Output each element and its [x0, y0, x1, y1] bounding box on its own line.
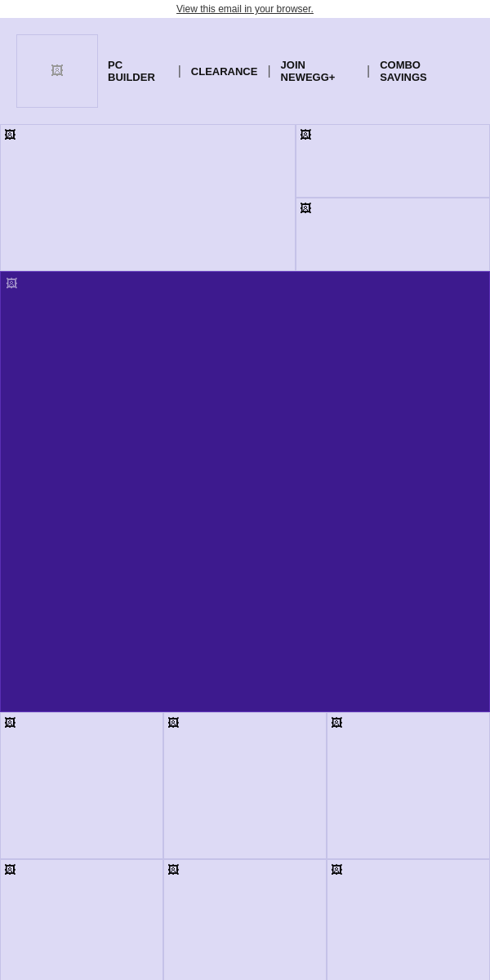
top-bar: View this email in your browser.	[0, 0, 490, 18]
hero-image-right-bottom[interactable]	[296, 198, 490, 271]
product-cell-2[interactable]	[163, 712, 327, 859]
product-row-1	[0, 712, 490, 859]
hero-section	[0, 124, 490, 271]
nav-item-combo-savings[interactable]: COMBO SAVINGS	[370, 59, 474, 83]
header: PC BUILDER | CLEARANCE | JOIN NEWEGG+ | …	[0, 18, 490, 124]
product-cell-3[interactable]	[327, 712, 490, 859]
view-in-browser-link[interactable]: View this email in your browser.	[176, 3, 314, 15]
hero-image-left[interactable]	[0, 124, 296, 271]
nav-item-pc-builder[interactable]: PC BUILDER	[98, 59, 178, 83]
main-banner[interactable]	[0, 271, 490, 712]
nav-item-clearance[interactable]: CLEARANCE	[181, 65, 268, 78]
product-cell-6[interactable]	[327, 859, 490, 980]
main-nav: PC BUILDER | CLEARANCE | JOIN NEWEGG+ | …	[98, 59, 474, 83]
hero-right-column	[296, 124, 490, 271]
product-cell-4[interactable]	[0, 859, 163, 980]
product-row-2	[0, 859, 490, 980]
hero-image-right-top[interactable]	[296, 124, 490, 198]
product-cell-1[interactable]	[0, 712, 163, 859]
logo	[16, 34, 98, 108]
nav-item-join-newegg[interactable]: JOIN NEWEGG+	[271, 59, 367, 83]
product-cell-5[interactable]	[163, 859, 327, 980]
